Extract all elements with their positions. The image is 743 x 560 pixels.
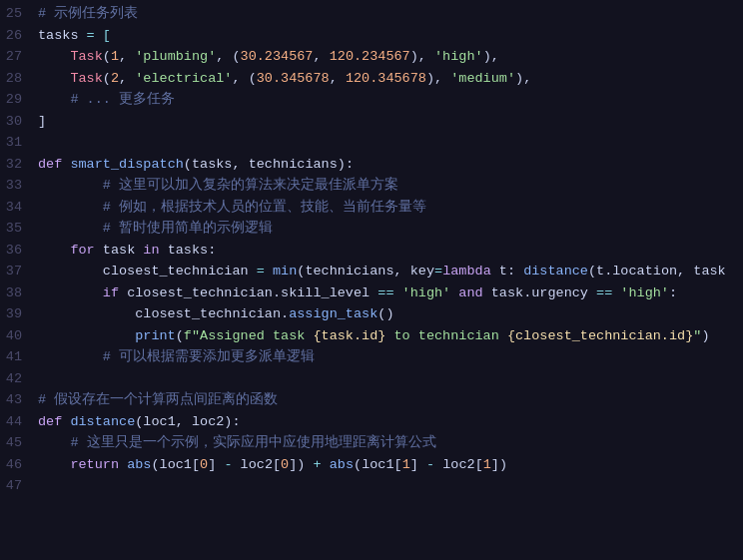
- code-line: 36 for task in tasks:: [0, 241, 743, 263]
- line-number: 25: [0, 4, 38, 25]
- code-line: 42: [0, 369, 743, 391]
- line-number: 42: [0, 369, 38, 390]
- code-line: 30]: [0, 112, 743, 134]
- line-content: if closest_technician.skill_level == 'hi…: [38, 283, 743, 304]
- line-content: closest_technician = min(technicians, ke…: [38, 262, 743, 282]
- line-number: 28: [0, 69, 38, 90]
- line-number: 47: [0, 476, 38, 497]
- code-line: 25# 示例任务列表: [0, 4, 743, 26]
- line-content: # 例如，根据技术人员的位置、技能、当前任务量等: [38, 198, 743, 219]
- code-line: 38 if closest_technician.skill_level == …: [0, 283, 743, 305]
- line-number: 35: [0, 219, 38, 240]
- line-number: 37: [0, 262, 38, 282]
- code-line: 29 # ... 更多任务: [0, 90, 743, 112]
- code-line: 40 print(f"Assigned task {task.id} to te…: [0, 326, 743, 348]
- line-content: def distance(loc1, loc2):: [38, 412, 743, 433]
- line-number: 27: [0, 47, 38, 68]
- line-number: 45: [0, 433, 38, 454]
- line-number: 29: [0, 90, 38, 111]
- code-line: 41 # 可以根据需要添加更多派单逻辑: [0, 347, 743, 369]
- line-content: def smart_dispatch(tasks, technicians):: [38, 155, 743, 176]
- line-number: 31: [0, 133, 38, 154]
- code-line: 26tasks = [: [0, 26, 743, 48]
- line-content: print(f"Assigned task {task.id} to techn…: [38, 326, 743, 347]
- line-number: 26: [0, 26, 38, 47]
- line-content: closest_technician.assign_task(): [38, 304, 743, 325]
- line-number: 40: [0, 326, 38, 347]
- code-editor: 25# 示例任务列表26tasks = [27 Task(1, 'plumbin…: [0, 0, 743, 560]
- code-line: 33 # 这里可以加入复杂的算法来决定最佳派单方案: [0, 176, 743, 198]
- line-number: 32: [0, 155, 38, 176]
- line-content: ]: [38, 112, 743, 133]
- code-line: 46 return abs(loc1[0] - loc2[0]) + abs(l…: [0, 455, 743, 477]
- line-content: # 这里可以加入复杂的算法来决定最佳派单方案: [38, 176, 743, 197]
- code-line: 34 # 例如，根据技术人员的位置、技能、当前任务量等: [0, 198, 743, 220]
- line-content: tasks = [: [38, 26, 743, 47]
- line-number: 43: [0, 390, 38, 411]
- code-line: 32def smart_dispatch(tasks, technicians)…: [0, 155, 743, 177]
- code-line: 43# 假设存在一个计算两点间距离的函数: [0, 390, 743, 412]
- line-content: # 示例任务列表: [38, 4, 743, 25]
- line-content: # ... 更多任务: [38, 90, 743, 111]
- line-number: 39: [0, 304, 38, 325]
- code-line: 47: [0, 476, 743, 498]
- line-content: Task(1, 'plumbing', (30.234567, 120.2345…: [38, 47, 743, 68]
- code-line: 45 # 这里只是一个示例，实际应用中应使用地理距离计算公式: [0, 433, 743, 455]
- line-number: 41: [0, 347, 38, 368]
- line-number: 38: [0, 283, 38, 304]
- code-line: 35 # 暂时使用简单的示例逻辑: [0, 219, 743, 241]
- line-number: 33: [0, 176, 38, 197]
- line-number: 36: [0, 241, 38, 262]
- line-number: 34: [0, 198, 38, 219]
- code-line: 27 Task(1, 'plumbing', (30.234567, 120.2…: [0, 47, 743, 69]
- line-content: return abs(loc1[0] - loc2[0]) + abs(loc1…: [38, 455, 743, 476]
- code-line: 28 Task(2, 'electrical', (30.345678, 120…: [0, 69, 743, 91]
- code-line: 39 closest_technician.assign_task(): [0, 304, 743, 326]
- line-content: for task in tasks:: [38, 241, 743, 262]
- line-content: Task(2, 'electrical', (30.345678, 120.34…: [38, 69, 743, 90]
- code-line: 31: [0, 133, 743, 155]
- line-content: # 暂时使用简单的示例逻辑: [38, 219, 743, 240]
- line-number: 46: [0, 455, 38, 476]
- line-number: 44: [0, 412, 38, 433]
- line-number: 30: [0, 112, 38, 133]
- line-content: # 这里只是一个示例，实际应用中应使用地理距离计算公式: [38, 433, 743, 454]
- line-content: # 假设存在一个计算两点间距离的函数: [38, 390, 743, 411]
- code-line: 44def distance(loc1, loc2):: [0, 412, 743, 434]
- line-content: # 可以根据需要添加更多派单逻辑: [38, 347, 743, 368]
- code-line: 37 closest_technician = min(technicians,…: [0, 262, 743, 283]
